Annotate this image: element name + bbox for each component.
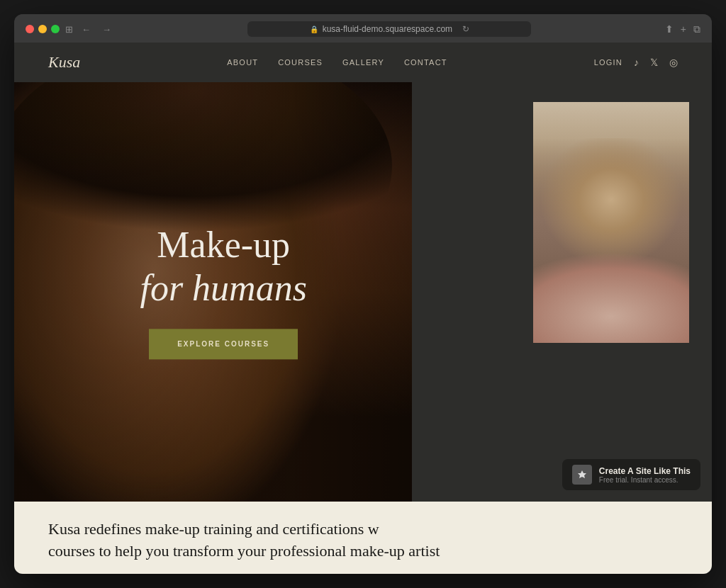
back-button[interactable]: ← [79, 23, 94, 36]
url-text: kusa-fluid-demo.squarespace.com [323, 24, 452, 34]
refresh-icon[interactable]: ↻ [462, 24, 469, 34]
address-bar[interactable]: 🔒 kusa-fluid-demo.squarespace.com ↻ [247, 21, 531, 37]
nav-about[interactable]: ABOUT [227, 58, 258, 67]
traffic-lights [26, 25, 60, 33]
badge-main-text: Create A Site Like This [599, 466, 691, 476]
browser-window: ⊞ ← → 🔒 kusa-fluid-demo.squarespace.com … [14, 14, 712, 574]
new-tab-icon[interactable]: + [681, 23, 686, 35]
minimize-button[interactable] [38, 25, 47, 33]
forward-button[interactable]: → [99, 23, 114, 36]
nav-contact[interactable]: CONTACT [404, 58, 447, 67]
site-wrapper: Kusa ABOUT COURSES GALLERY CONTACT LOGIN… [14, 43, 712, 574]
login-button[interactable]: LOGIN [594, 58, 622, 67]
squarespace-logo-icon [572, 465, 592, 485]
squarespace-badge[interactable]: Create A Site Like This Free trial. Inst… [562, 459, 700, 490]
pink-coat [533, 210, 689, 343]
instagram-icon[interactable]: ◎ [669, 57, 678, 68]
hero-right-photo [533, 102, 689, 343]
nav-courses[interactable]: COURSES [278, 58, 323, 67]
browser-chrome: ⊞ ← → 🔒 kusa-fluid-demo.squarespace.com … [14, 14, 712, 43]
site-header: Kusa ABOUT COURSES GALLERY CONTACT LOGIN… [14, 43, 712, 82]
bottom-text-line2: courses to help you transform your profe… [48, 542, 440, 560]
duplicate-icon[interactable]: ⧉ [693, 23, 700, 35]
badge-sub-text: Free trial. Instant access. [599, 476, 691, 484]
browser-actions: ⬆ + ⧉ [665, 23, 700, 35]
hero-section: Make-up for humans EXPLORE COURSES [14, 82, 712, 502]
share-icon[interactable]: ⬆ [665, 23, 674, 35]
nav-gallery[interactable]: GALLERY [342, 58, 384, 67]
hero-title-line1: Make-up [110, 225, 337, 266]
squarespace-badge-text: Create A Site Like This Free trial. Inst… [599, 466, 691, 484]
nav-right: LOGIN ♪ 𝕏 ◎ [594, 57, 678, 68]
explore-courses-button[interactable]: EXPLORE COURSES [149, 329, 298, 359]
browser-content: Kusa ABOUT COURSES GALLERY CONTACT LOGIN… [14, 43, 712, 574]
site-nav: ABOUT COURSES GALLERY CONTACT [227, 58, 447, 67]
tiktok-icon[interactable]: ♪ [634, 57, 639, 68]
bottom-section: Kusa redefines make-up training and cert… [14, 502, 712, 574]
lock-icon: 🔒 [310, 26, 318, 33]
maximize-button[interactable] [51, 25, 60, 33]
hero-content: Make-up for humans EXPLORE COURSES [110, 225, 337, 359]
hero-title-line2: for humans [110, 268, 337, 309]
close-button[interactable] [26, 25, 34, 33]
bottom-description: Kusa redefines make-up training and cert… [48, 519, 678, 562]
window-controls: ⊞ ← → [26, 23, 114, 36]
address-bar-wrapper: 🔒 kusa-fluid-demo.squarespace.com ↻ [123, 21, 657, 37]
bottom-text-line1: Kusa redefines make-up training and cert… [48, 520, 379, 538]
site-logo[interactable]: Kusa [48, 53, 80, 72]
twitter-icon[interactable]: 𝕏 [650, 57, 658, 68]
tab-grid-icon[interactable]: ⊞ [65, 24, 73, 35]
